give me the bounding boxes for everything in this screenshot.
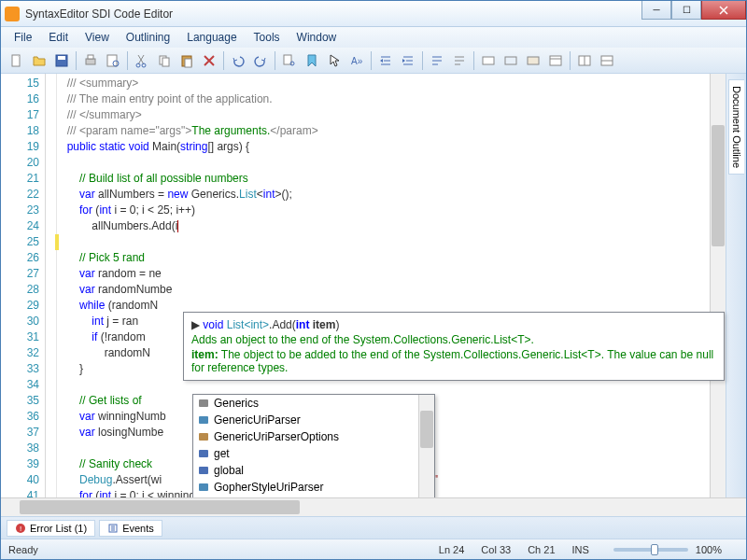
svg-rect-23	[199, 416, 208, 424]
signature-tooltip: ▶ void List<int>.Add(int item) Adds an o…	[183, 312, 725, 381]
kw-icon	[197, 464, 210, 477]
cursor-icon[interactable]	[324, 50, 345, 71]
svg-rect-27	[199, 483, 208, 491]
status-ch: Ch 21	[528, 544, 555, 555]
ns-icon	[197, 397, 210, 410]
cls-icon	[197, 413, 210, 427]
kw-icon	[197, 447, 210, 460]
format-icon[interactable]: A»	[346, 50, 367, 71]
completion-popup[interactable]: GenericsGenericUriParserGenericUriParser…	[192, 394, 435, 497]
menu-view[interactable]: View	[78, 29, 117, 46]
titlebar[interactable]: SyntaxEditor SDI Code Editor ─ ☐	[1, 1, 746, 27]
vertical-scrollbar[interactable]	[710, 74, 726, 497]
statusbar: Ready Ln 24 Col 33 Ch 21 INS 100%	[1, 539, 746, 559]
copy-icon[interactable]	[154, 50, 175, 71]
enum-icon	[197, 430, 210, 443]
completion-list[interactable]: GenericsGenericUriParserGenericUriParser…	[193, 395, 418, 497]
print-preview-icon[interactable]	[103, 50, 123, 71]
uncomment-icon[interactable]	[449, 50, 470, 71]
completion-item[interactable]: goto	[193, 496, 418, 497]
tab-error-list[interactable]: ! Error List (1)	[7, 520, 95, 537]
completion-item[interactable]: get	[193, 445, 418, 462]
app-icon	[5, 7, 20, 21]
window-title: SyntaxEditor SDI Code Editor	[25, 7, 742, 21]
split-icon-1[interactable]	[574, 50, 595, 71]
editor-content: 1516171819202122232425262728293031323334…	[1, 74, 746, 497]
split-icon-2[interactable]	[597, 50, 617, 71]
toolbar: A»	[1, 48, 746, 74]
minimize-button[interactable]: ─	[641, 1, 671, 20]
svg-rect-26	[199, 467, 208, 474]
menu-window[interactable]: Window	[289, 29, 345, 46]
status-ready: Ready	[8, 544, 38, 555]
svg-rect-25	[199, 450, 208, 457]
bottom-tabstrip: ! Error List (1) Events	[1, 516, 746, 539]
code-editor[interactable]: 1516171819202122232425262728293031323334…	[1, 74, 726, 497]
toggle-icon-1[interactable]	[478, 50, 499, 71]
svg-rect-19	[550, 56, 561, 65]
events-icon	[107, 523, 119, 534]
svg-rect-12	[185, 59, 191, 67]
svg-rect-3	[86, 59, 95, 64]
svg-text:!: !	[20, 525, 21, 533]
svg-rect-22	[199, 399, 208, 407]
fold-gutter[interactable]	[46, 74, 57, 497]
menu-tools[interactable]: Tools	[247, 29, 288, 46]
menu-outlining[interactable]: Outlining	[119, 29, 177, 46]
svg-rect-24	[199, 433, 208, 441]
zoom-slider[interactable]	[613, 548, 688, 552]
horizontal-scrollbar[interactable]	[1, 498, 746, 516]
svg-rect-2	[58, 56, 65, 60]
svg-rect-17	[505, 57, 516, 64]
maximize-button[interactable]: ☐	[671, 1, 701, 20]
cut-icon[interactable]	[132, 50, 152, 71]
signature-param-desc: item: The object to be added to the end …	[191, 348, 716, 374]
right-dock: Document Outline	[726, 74, 746, 497]
toggle-icon-2[interactable]	[500, 50, 521, 71]
status-ins: INS	[572, 544, 589, 555]
status-col: Col 33	[481, 544, 511, 555]
svg-rect-16	[483, 57, 494, 64]
completion-item[interactable]: GopherStyleUriParser	[193, 479, 418, 496]
find-icon[interactable]	[279, 50, 300, 71]
save-icon[interactable]	[51, 50, 72, 71]
comment-icon[interactable]	[427, 50, 447, 71]
indent-icon[interactable]	[375, 50, 396, 71]
redo-icon[interactable]	[250, 50, 271, 71]
close-button[interactable]	[701, 1, 746, 20]
completion-item[interactable]: Generics	[193, 395, 418, 412]
completion-item[interactable]: GenericUriParser	[193, 412, 418, 428]
app-window: SyntaxEditor SDI Code Editor ─ ☐ File Ed…	[0, 0, 747, 560]
signature-description: Adds an object to the end of the System.…	[191, 333, 716, 346]
horizontal-scroll-area	[1, 497, 746, 516]
completion-item[interactable]: GenericUriParserOptions	[193, 428, 418, 445]
svg-rect-4	[88, 55, 93, 59]
menu-file[interactable]: File	[7, 29, 39, 46]
toggle-icon-3[interactable]	[523, 50, 543, 71]
document-outline-tab[interactable]: Document Outline	[728, 79, 744, 175]
outdent-icon[interactable]	[398, 50, 418, 71]
status-zoom: 100%	[696, 544, 722, 555]
new-file-icon[interactable]	[7, 50, 27, 71]
paste-icon[interactable]	[176, 50, 197, 71]
menu-edit[interactable]: Edit	[41, 29, 76, 46]
svg-text:A»: A»	[351, 56, 363, 66]
tab-events[interactable]: Events	[99, 520, 162, 537]
menubar: File Edit View Outlining Language Tools …	[1, 27, 746, 48]
status-line: Ln 24	[439, 544, 465, 555]
open-file-icon[interactable]	[29, 50, 49, 71]
print-icon[interactable]	[80, 50, 101, 71]
menu-language[interactable]: Language	[179, 29, 244, 46]
line-gutter: 1516171819202122232425262728293031323334…	[1, 74, 46, 497]
svg-rect-10	[162, 58, 169, 66]
svg-rect-18	[528, 57, 539, 64]
bookmark-icon[interactable]	[302, 50, 322, 71]
cls-icon	[197, 481, 210, 494]
undo-icon[interactable]	[228, 50, 248, 71]
completion-item[interactable]: global	[193, 462, 418, 479]
error-icon: !	[15, 523, 26, 534]
completion-scrollbar[interactable]	[418, 395, 434, 497]
delete-icon[interactable]	[199, 50, 219, 71]
options-icon[interactable]	[545, 50, 566, 71]
